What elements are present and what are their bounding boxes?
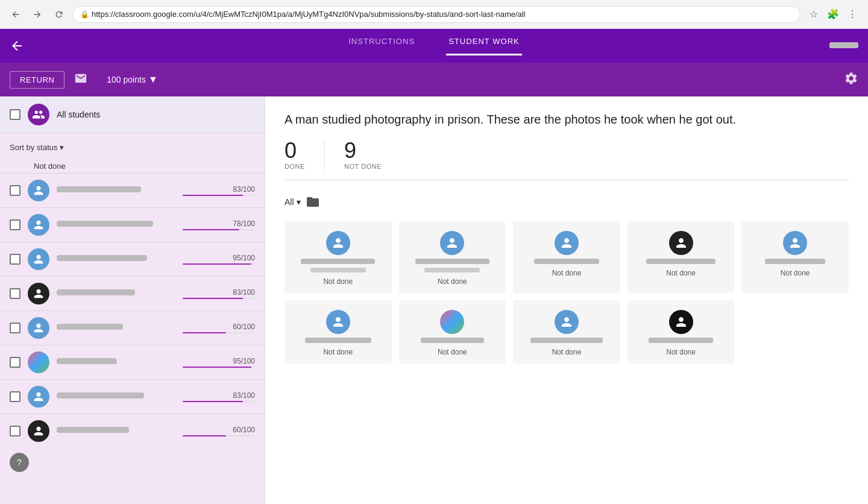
all-students-avatar	[28, 104, 49, 125]
student-checkbox-6[interactable]	[10, 391, 20, 402]
filter-folder-button[interactable]	[306, 195, 320, 209]
score-bar-container-7: 60/100	[183, 426, 255, 436]
score-bar-container-6: 83/100	[183, 391, 255, 402]
student-score-2: 95/100	[233, 254, 255, 262]
student-score-4: 60/100	[233, 323, 255, 331]
list-item[interactable]: 60/100	[0, 414, 265, 448]
score-bar-container-0: 83/100	[183, 185, 255, 196]
student-avatar-5	[28, 351, 49, 373]
all-students-row[interactable]: All students	[0, 96, 265, 133]
content-area: A man studied photography in prison. The…	[265, 96, 868, 504]
email-button[interactable]	[74, 72, 87, 88]
all-students-label: All students	[57, 110, 100, 119]
extension-button[interactable]: 🧩	[825, 6, 841, 23]
filter-all-button[interactable]: All ▾	[285, 197, 301, 207]
stats-row: 0 DONE 9 NOT DONE	[285, 140, 849, 180]
card-status-4: Not done	[781, 269, 810, 277]
student-info-5	[57, 358, 175, 367]
sort-button[interactable]: Sort by status ▾	[10, 143, 64, 152]
tab-instructions[interactable]: INSTRUCTIONS	[346, 37, 417, 55]
card-name-4	[765, 259, 825, 264]
student-checkbox-3[interactable]	[10, 288, 20, 299]
card-avatar-4	[783, 231, 807, 255]
student-avatar-2	[28, 248, 49, 270]
card-avatar-3	[669, 231, 693, 255]
card-name-sub-1	[424, 268, 480, 272]
card-avatar-6	[440, 310, 464, 334]
student-card-5[interactable]: Not done	[285, 300, 392, 364]
student-checkbox-2[interactable]	[10, 254, 20, 265]
card-status-7: Not done	[552, 348, 582, 356]
student-checkbox-7[interactable]	[10, 426, 20, 436]
section-label: Not done	[0, 157, 265, 173]
app-back-button[interactable]	[10, 39, 24, 53]
filter-row: All ▾	[285, 195, 849, 209]
student-info-3	[57, 289, 175, 298]
score-bar-container-2: 95/100	[183, 254, 255, 265]
card-name-0	[301, 259, 375, 264]
card-avatar-8	[669, 310, 693, 334]
header-tabs: INSTRUCTIONS STUDENT WORK	[346, 37, 522, 55]
back-button[interactable]	[7, 6, 24, 23]
student-grid: Not done Not done Not done	[285, 221, 849, 364]
stat-done-number: 0	[285, 140, 305, 162]
help-button[interactable]: ?	[10, 453, 29, 472]
card-name-2	[534, 259, 599, 264]
student-score-6: 83/100	[233, 391, 255, 400]
student-card-2[interactable]: Not done	[513, 221, 620, 293]
url-bar[interactable]: 🔒 https://classroom.google.com/u/4/c/MjE…	[72, 6, 800, 23]
forward-button[interactable]	[29, 6, 46, 23]
student-score-7: 60/100	[233, 426, 255, 434]
student-checkbox-1[interactable]	[10, 219, 20, 230]
score-bar-container-1: 78/100	[183, 219, 255, 230]
student-avatar-0	[28, 180, 49, 201]
student-checkbox-5[interactable]	[10, 357, 20, 368]
points-dropdown-button[interactable]: ▼	[148, 74, 158, 85]
list-item[interactable]: 95/100	[0, 242, 265, 276]
return-button[interactable]: RETURN	[10, 71, 64, 89]
card-name-6	[421, 338, 483, 343]
card-avatar-7	[555, 310, 579, 334]
list-item[interactable]: 78/100	[0, 207, 265, 242]
student-score-0: 83/100	[233, 185, 255, 194]
student-card-3[interactable]: Not done	[627, 221, 735, 293]
assignment-title: A man studied photography in prison. The…	[285, 111, 849, 128]
student-info-4	[57, 324, 175, 332]
card-status-6: Not done	[438, 348, 467, 356]
list-item[interactable]: 83/100	[0, 173, 265, 207]
student-card-8[interactable]: Not done	[627, 300, 735, 364]
card-status-3: Not done	[666, 269, 696, 277]
menu-button[interactable]: ⋮	[844, 6, 861, 23]
student-checkbox-0[interactable]	[10, 185, 20, 196]
student-info-7	[57, 427, 175, 435]
stat-done: 0 DONE	[285, 140, 325, 170]
browser-toolbar-icons: ☆ 🧩 ⋮	[805, 6, 861, 23]
student-checkbox-4[interactable]	[10, 323, 20, 333]
student-score-1: 78/100	[233, 219, 255, 228]
student-card-7[interactable]: Not done	[513, 300, 620, 364]
all-students-checkbox[interactable]	[10, 109, 20, 120]
student-card-1[interactable]: Not done	[399, 221, 506, 293]
star-button[interactable]: ☆	[805, 6, 822, 23]
refresh-button[interactable]	[51, 6, 68, 23]
list-item[interactable]: 95/100	[0, 345, 265, 379]
stat-not-done-label: NOT DONE	[344, 163, 382, 170]
app-header: INSTRUCTIONS STUDENT WORK	[0, 29, 868, 63]
student-info-1	[57, 221, 175, 229]
student-card-6[interactable]: Not done	[399, 300, 506, 364]
tab-student-work[interactable]: STUDENT WORK	[446, 37, 522, 55]
list-item[interactable]: 83/100	[0, 379, 265, 414]
student-card-0[interactable]: Not done	[285, 221, 392, 293]
stat-done-label: DONE	[285, 163, 305, 170]
points-section: 100 points ▼	[107, 74, 157, 85]
list-item[interactable]: 83/100	[0, 276, 265, 310]
score-bar-container-4: 60/100	[183, 323, 255, 333]
student-card-4[interactable]: Not done	[741, 221, 849, 293]
settings-button[interactable]	[844, 71, 858, 89]
card-name-8	[649, 338, 714, 343]
list-item[interactable]: 60/100	[0, 310, 265, 345]
card-avatar-5	[326, 310, 350, 334]
stat-not-done-number: 9	[344, 140, 382, 162]
sidebar: All students Sort by status ▾ Not done 8…	[0, 96, 265, 504]
sort-dropdown-icon: ▾	[60, 143, 64, 152]
